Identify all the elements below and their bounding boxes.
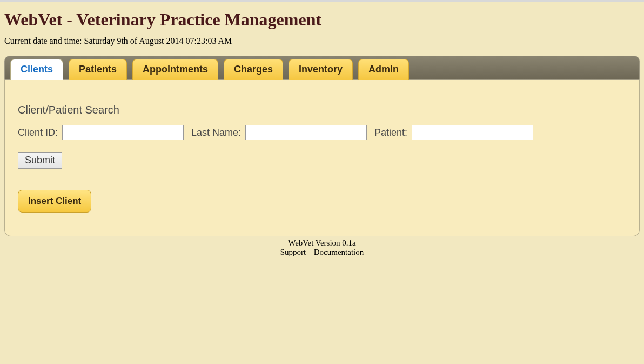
- tab-charges[interactable]: Charges: [224, 59, 283, 80]
- footer-support-link[interactable]: Support: [280, 248, 306, 256]
- divider-top: [18, 95, 626, 95]
- last-name-input[interactable]: [245, 125, 367, 140]
- tab-admin[interactable]: Admin: [358, 59, 409, 80]
- tab-content-clients: Client/Patient Search Client ID: Last Na…: [4, 80, 640, 236]
- footer: WebVet Version 0.1a Support | Documentat…: [0, 239, 644, 257]
- page-title: WebVet - Veterinary Practice Management: [0, 2, 644, 34]
- submit-button[interactable]: Submit: [18, 152, 62, 169]
- tab-container: Clients Patients Appointments Charges In…: [4, 56, 640, 236]
- tab-patients[interactable]: Patients: [69, 59, 127, 80]
- footer-version: WebVet Version 0.1a: [0, 239, 644, 248]
- search-form-row: Client ID: Last Name: Patient:: [18, 125, 626, 140]
- client-id-input[interactable]: [62, 125, 184, 140]
- footer-separator: |: [306, 248, 314, 256]
- patient-input[interactable]: [412, 125, 533, 140]
- client-id-label: Client ID:: [18, 127, 58, 138]
- tab-clients[interactable]: Clients: [10, 59, 63, 80]
- patient-label: Patient:: [374, 127, 407, 138]
- search-section-title: Client/Patient Search: [18, 104, 626, 116]
- tab-appointments[interactable]: Appointments: [132, 59, 218, 80]
- tab-inventory[interactable]: Inventory: [289, 59, 353, 80]
- last-name-label: Last Name:: [191, 127, 241, 138]
- footer-links: Support | Documentation: [0, 248, 644, 257]
- footer-documentation-link[interactable]: Documentation: [314, 248, 364, 256]
- tabs-bar: Clients Patients Appointments Charges In…: [4, 56, 640, 80]
- current-datetime: Current date and time: Saturday 9th of A…: [0, 34, 644, 56]
- insert-client-button[interactable]: Insert Client: [18, 190, 91, 213]
- divider-bottom: [18, 181, 626, 181]
